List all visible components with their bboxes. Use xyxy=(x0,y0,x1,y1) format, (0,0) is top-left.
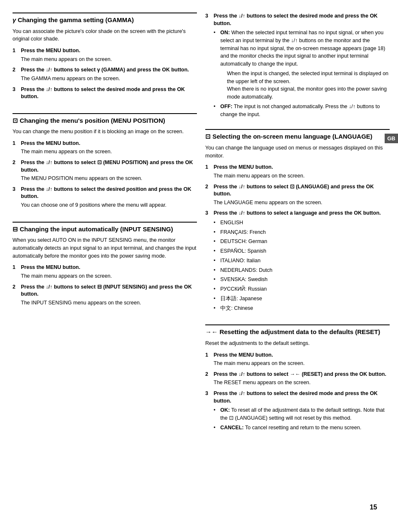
step-body: The main menu appears on the screen. xyxy=(21,56,197,63)
step-number: 3 xyxy=(13,186,18,200)
bullet-on: • ON: When the selected input terminal h… xyxy=(214,29,390,101)
step-body: • OK: To reset all of the adjustment dat… xyxy=(214,406,390,431)
language-icon: ⊡ xyxy=(205,133,211,140)
right-column: 3 Press the ↓/↑ buttons to select the de… xyxy=(205,13,390,519)
step-body: The RESET menu appears on the screen. xyxy=(214,379,390,387)
step-number: 2 xyxy=(13,159,18,174)
step-number: 3 xyxy=(13,86,18,101)
bullet-content: OK: To reset all of the adjustment data … xyxy=(220,406,390,422)
gamma-step3: 3 Press the ↓/↑ buttons to select the de… xyxy=(13,86,197,101)
section-language: ⊡ Selecting the on-screen menu language … xyxy=(205,129,390,315)
step-label: Press the ↓/↑ buttons to select ⊡ (MENU … xyxy=(21,159,197,174)
language-step2: 2 Press the ↓/↑ buttons to select ⊡ (LAN… xyxy=(205,183,390,207)
step-label: Press the ↓/↑ buttons to select the desi… xyxy=(21,86,197,101)
list-item: •日本語: Japanese xyxy=(214,295,390,303)
input-sensing-icon: ⊟ xyxy=(13,225,18,233)
language-step1: 1 Press the MENU button. The main menu a… xyxy=(205,164,390,180)
gb-tab: GB xyxy=(385,134,398,143)
input-sensing-step3: 3 Press the ↓/↑ buttons to select the de… xyxy=(205,13,390,118)
bullet-cancel: • CANCEL: To cancel resetting and return… xyxy=(214,424,390,432)
step-number: 2 xyxy=(205,371,211,378)
step-label: Press the ↓/↑ buttons to select ⊡ (LANGU… xyxy=(214,183,390,198)
step-label: Press the ↓/↑ buttons to select the desi… xyxy=(214,390,390,405)
reset-desc: Reset the adjustments to the default set… xyxy=(205,339,390,347)
reset-step3: 3 Press the ↓/↑ buttons to select the de… xyxy=(205,390,390,431)
step-label: Press the ↓/↑ buttons to select the desi… xyxy=(21,186,197,200)
step-label: Press the ↓/↑ buttons to select the desi… xyxy=(214,13,390,27)
language-step3: 3 Press the ↓/↑ buttons to select a lang… xyxy=(205,210,390,312)
list-item: •FRANÇAIS: French xyxy=(214,228,390,236)
section-menu-position: ⊡ Changing the menu's position (MENU POS… xyxy=(13,113,197,213)
step-body: •ENGLISH •FRANÇAIS: French •DEUTSCH: Ger… xyxy=(214,219,390,312)
step-label: Press the MENU button. xyxy=(214,352,273,359)
section-input-sensing-title: ⊟ Changing the input automatically (INPU… xyxy=(13,222,197,233)
bullet-content: OFF: The input is not changed automatica… xyxy=(220,103,390,119)
step-body: The main menu appears on the screen. xyxy=(214,172,390,180)
step-label: Press the ↓/↑ buttons to select ⊟ (INPUT… xyxy=(21,284,197,298)
reset-options-list: • OK: To reset all of the adjustment dat… xyxy=(214,406,390,431)
step-label: Press the MENU button. xyxy=(21,140,80,147)
reset-step2: 2 Press the ↓/↑ buttons to select →← (RE… xyxy=(205,371,390,387)
page-number: 15 xyxy=(370,504,377,511)
input-sensing-step1: 1 Press the MENU button. The main menu a… xyxy=(13,264,197,280)
bullet-content: CANCEL: To cancel resetting and return t… xyxy=(220,424,361,432)
on-sub-text: When the input is changed, the selected … xyxy=(227,70,390,101)
reset-step1: 1 Press the MENU button. The main menu a… xyxy=(205,352,390,367)
input-sensing-desc: When you select AUTO ON in the INPUT SEN… xyxy=(13,236,197,260)
step-body: The MENU POSITION menu appears on the sc… xyxy=(21,175,197,182)
step-body: The main menu appears on the screen. xyxy=(214,360,390,367)
step-body: The main menu appears on the screen. xyxy=(21,272,197,280)
step-number: 2 xyxy=(13,66,18,74)
step-label: Press the ↓/↑ buttons to select γ (GAMMA… xyxy=(21,66,189,74)
menu-position-step3: 3 Press the ↓/↑ buttons to select the de… xyxy=(13,186,197,209)
list-item: •DEUTSCH: German xyxy=(214,238,390,246)
list-item: •ENGLISH xyxy=(214,219,390,227)
menu-position-step2: 2 Press the ↓/↑ buttons to select ⊡ (MEN… xyxy=(13,159,197,182)
list-item: •NEDERLANDS: Dutch xyxy=(214,266,390,274)
section-input-sensing-continued: 3 Press the ↓/↑ buttons to select the de… xyxy=(205,13,390,122)
language-desc: You can change the language used on menu… xyxy=(205,144,390,160)
bullet-char: • xyxy=(214,424,219,432)
menu-position-icon: ⊡ xyxy=(13,117,18,124)
section-language-title: ⊡ Selecting the on-screen menu language … xyxy=(205,129,390,141)
reset-icon: →← xyxy=(205,328,218,335)
step-label: Press the ↓/↑ buttons to select a langua… xyxy=(214,210,381,217)
step-number: 1 xyxy=(13,264,18,271)
list-item: •中文: Chinese xyxy=(214,304,390,312)
menu-position-step1: 1 Press the MENU button. The main menu a… xyxy=(13,140,197,156)
bullet-char: • xyxy=(214,103,219,119)
step-number: 2 xyxy=(13,284,18,298)
step-label: Press the MENU button. xyxy=(214,164,273,171)
bullet-char: • xyxy=(214,29,219,101)
section-menu-position-title: ⊡ Changing the menu's position (MENU POS… xyxy=(13,113,197,125)
section-input-sensing: ⊟ Changing the input automatically (INPU… xyxy=(13,222,197,310)
bullet-char: • xyxy=(214,406,219,422)
language-list: •ENGLISH •FRANÇAIS: French •DEUTSCH: Ger… xyxy=(214,219,390,312)
step-label: Press the MENU button. xyxy=(21,47,80,55)
page: γ Changing the gamma setting (GAMMA) You… xyxy=(0,0,398,532)
bullet-content: ON: When the selected input terminal has… xyxy=(220,29,390,101)
list-item: •ITALIANO: Italian xyxy=(214,257,390,265)
bullet-off: • OFF: The input is not changed automati… xyxy=(214,103,390,119)
step-body: The GAMMA menu appears on the screen. xyxy=(21,75,197,83)
step-label: Press the MENU button. xyxy=(21,264,80,271)
step-number: 3 xyxy=(205,13,211,27)
on-off-list: • ON: When the selected input terminal h… xyxy=(214,29,390,118)
input-sensing-step2: 2 Press the ↓/↑ buttons to select ⊟ (INP… xyxy=(13,284,197,307)
step-number: 3 xyxy=(205,390,211,405)
section-gamma-title: γ Changing the gamma setting (GAMMA) xyxy=(13,13,197,24)
step-body: You can choose one of 9 positions where … xyxy=(21,201,197,209)
step-body: The INPUT SENSING menu appears on the sc… xyxy=(21,299,197,307)
gamma-step1: 1 Press the MENU button. The main menu a… xyxy=(13,47,197,63)
step-body: • ON: When the selected input terminal h… xyxy=(214,29,390,118)
step-number: 1 xyxy=(13,47,18,55)
bullet-ok: • OK: To reset all of the adjustment dat… xyxy=(214,406,390,422)
step-number: 1 xyxy=(205,352,211,359)
step-body: The LANGUAGE menu appears on the screen. xyxy=(214,199,390,207)
step-number: 3 xyxy=(205,210,211,217)
list-item: •ESPAÑOL: Spanish xyxy=(214,247,390,255)
list-item: •SVENSKA: Swedish xyxy=(214,276,390,284)
gamma-step2: 2 Press the ↓/↑ buttons to select γ (GAM… xyxy=(13,66,197,82)
section-reset-title: →← Resetting the adjustment data to the … xyxy=(205,324,390,336)
step-number: 1 xyxy=(205,164,211,171)
